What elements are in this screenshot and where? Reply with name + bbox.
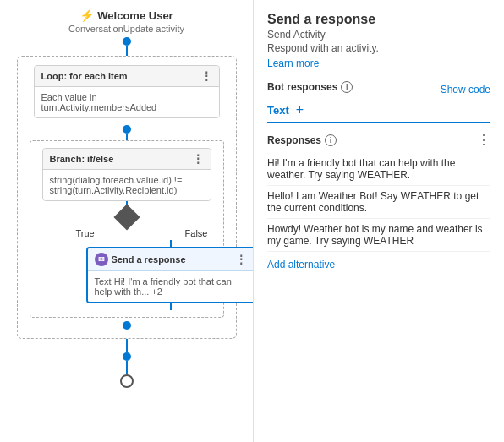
tab-add-button[interactable]: +	[296, 103, 304, 117]
send-response-header: ✉ Send a response ⋮	[88, 248, 254, 271]
true-label: True	[76, 228, 95, 238]
send-response-box[interactable]: ✉ Send a response ⋮ Text Hi! I'm a frien…	[86, 247, 255, 303]
tab-text[interactable]: Text	[267, 104, 289, 118]
send-icon: ✉	[95, 253, 108, 266]
show-code-link[interactable]: Show code	[441, 84, 490, 95]
loop-container: Loop: for each item ⋮ Each value in turn…	[17, 56, 237, 339]
responses-label: Responses i	[267, 134, 337, 146]
response-item-2: Hello! I am Weather Bot! Say WEATHER to …	[267, 186, 490, 219]
lightning-icon: ⚡	[79, 8, 94, 22]
connector-line-5	[170, 303, 172, 310]
send-response-body: Text Hi! I'm a friendly bot that can hel…	[88, 271, 254, 302]
responses-info-icon[interactable]: i	[325, 134, 337, 146]
loop-body: Each value in turn.Activity.membersAdded	[35, 87, 219, 117]
response-item-1: Hi! I'm a friendly bot that can help wit…	[267, 153, 490, 186]
connector-line-1	[126, 46, 128, 56]
branch-header: Branch: if/else ⋮	[43, 149, 211, 170]
welcome-user-node: ⚡ Welcome User ConversationUpdate activi…	[68, 8, 184, 34]
panel-subtitle: Send Activity	[267, 29, 490, 41]
connector-line-6	[126, 339, 128, 352]
end-node	[120, 374, 134, 388]
bot-responses-info-icon[interactable]: i	[341, 81, 353, 93]
start-title: Welcome User	[97, 9, 173, 22]
tabs-row: Text +	[267, 103, 490, 123]
learn-more-link[interactable]: Learn more	[267, 57, 319, 69]
connector-dot-3	[123, 321, 131, 330]
connector-dot-4	[123, 352, 131, 361]
branch-body: string(dialog.foreach.value.id) != strin…	[43, 170, 211, 200]
loop-header: Loop: for each item ⋮	[35, 66, 219, 87]
send-response-menu-icon[interactable]: ⋮	[235, 254, 247, 265]
panel-desc: Respond with an activity.	[267, 42, 490, 54]
responses-list: Hi! I'm a friendly bot that can help wit…	[267, 153, 490, 252]
add-alternative-link[interactable]: Add alternative	[267, 259, 335, 270]
responses-menu-icon[interactable]: ⋮	[477, 132, 490, 148]
branch-menu-icon[interactable]: ⋮	[192, 153, 204, 165]
connector-dot-1	[123, 37, 131, 46]
panel-title: Send a response	[267, 12, 490, 27]
properties-panel: Send a response Send Activity Respond wi…	[254, 0, 504, 442]
response-item-3: Howdy! Weather bot is my name and weathe…	[267, 219, 490, 252]
connector-line-2	[126, 134, 128, 140]
start-subtitle: ConversationUpdate activity	[68, 24, 184, 34]
bot-responses-label: Bot responses i	[267, 81, 353, 93]
connector-dot-2	[123, 125, 131, 134]
branch-container: Branch: if/else ⋮ string(dialog.foreach.…	[30, 140, 224, 318]
connector-line-4	[170, 240, 172, 247]
responses-header: Responses i ⋮	[267, 132, 490, 148]
flow-diagram: ⚡ Welcome User ConversationUpdate activi…	[0, 0, 254, 442]
loop-box[interactable]: Loop: for each item ⋮ Each value in turn…	[34, 65, 220, 118]
connector-line-7	[126, 361, 128, 374]
loop-menu-icon[interactable]: ⋮	[200, 70, 212, 82]
false-label: False	[185, 228, 208, 238]
branch-box[interactable]: Branch: if/else ⋮ string(dialog.foreach.…	[42, 148, 211, 201]
